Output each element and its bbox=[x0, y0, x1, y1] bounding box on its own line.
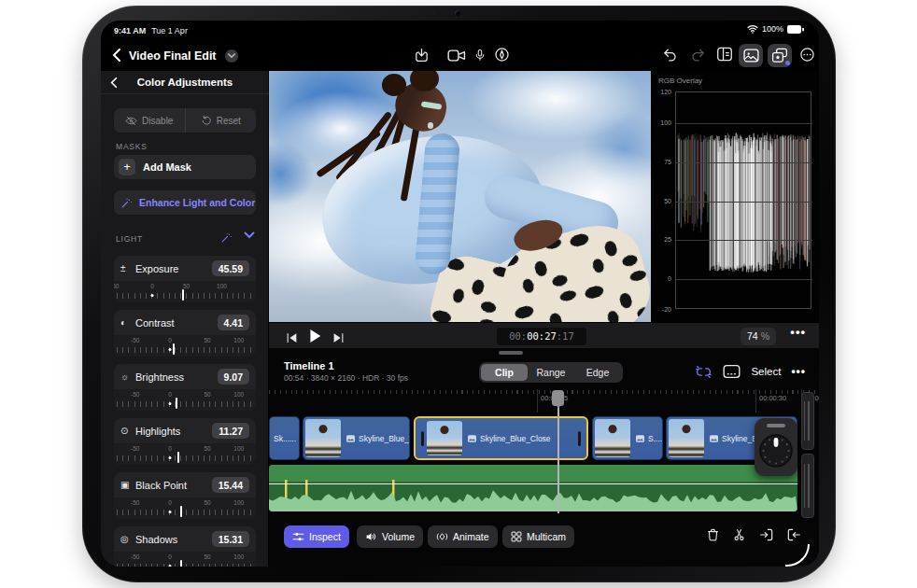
light-collapse-chevron-icon[interactable] bbox=[244, 231, 255, 239]
overwrite-clip-icon[interactable] bbox=[786, 527, 801, 546]
tick-label: 100 bbox=[233, 553, 244, 560]
volume-label: Volume bbox=[382, 531, 415, 542]
animate-button[interactable]: Animate bbox=[428, 525, 498, 548]
slider-zero-dot bbox=[169, 402, 172, 405]
browser-panel-icon[interactable] bbox=[716, 47, 733, 62]
tick-label: 0 bbox=[150, 283, 154, 289]
project-title[interactable]: Video Final Edit bbox=[129, 49, 217, 63]
microphone-icon[interactable] bbox=[473, 47, 487, 63]
track-height-control[interactable] bbox=[801, 392, 814, 518]
hair-bun bbox=[382, 74, 407, 96]
jog-dial[interactable] bbox=[757, 432, 795, 469]
timeline-overview-icon[interactable] bbox=[723, 364, 741, 379]
audio-track-clip[interactable] bbox=[269, 465, 797, 511]
timeline-ruler[interactable]: 00:00:15 00:00:30 00:00:45 bbox=[269, 389, 819, 413]
clip-skyline-partial-2[interactable]: S...... bbox=[592, 416, 663, 460]
inspect-button[interactable]: Inspect bbox=[284, 525, 349, 548]
timecode-display[interactable]: 00:00:27:17 bbox=[497, 328, 586, 345]
slider-black-point[interactable]: ▣ Black Point 15.44 -50050100 bbox=[114, 472, 256, 519]
tick-label: 100 bbox=[233, 337, 244, 343]
reset-button[interactable]: Reset bbox=[186, 108, 257, 133]
next-frame-icon[interactable] bbox=[332, 330, 345, 347]
play-icon[interactable] bbox=[308, 329, 322, 347]
magic-wand-icon bbox=[120, 197, 133, 209]
tick-label: 0 bbox=[168, 391, 172, 398]
undo-icon[interactable] bbox=[662, 47, 678, 63]
projects-tile[interactable] bbox=[768, 44, 792, 67]
magnetic-timeline-icon[interactable] bbox=[695, 365, 712, 379]
slider-ruler[interactable]: -50050100 bbox=[114, 497, 256, 519]
trim-handle-right[interactable] bbox=[578, 431, 581, 446]
disable-button[interactable]: Disable bbox=[114, 108, 186, 133]
panel-resize-handle[interactable] bbox=[499, 351, 523, 355]
slider-ruler[interactable]: -50050100 bbox=[114, 335, 256, 357]
blade-split-icon[interactable] bbox=[732, 527, 746, 546]
viewer-more-button[interactable]: ••• bbox=[790, 325, 806, 339]
mode-clip-button[interactable]: Clip bbox=[481, 364, 528, 381]
add-mask-button[interactable]: + Add Mask bbox=[114, 155, 256, 179]
slider-ruler[interactable]: -50050100 bbox=[114, 443, 256, 465]
slider-highlights[interactable]: ⊙ Highlights 11.27 -50050100 bbox=[114, 418, 256, 465]
timeline-more-button[interactable]: ••• bbox=[791, 365, 806, 378]
mode-edge-button[interactable]: Edge bbox=[574, 364, 621, 381]
select-button[interactable]: Select bbox=[751, 366, 781, 377]
title-chevron-down-icon[interactable] bbox=[225, 49, 238, 63]
media-icon bbox=[636, 435, 644, 442]
previous-frame-icon[interactable] bbox=[286, 330, 298, 347]
more-circle-icon[interactable] bbox=[799, 47, 815, 63]
export-icon[interactable] bbox=[414, 47, 430, 63]
track-height-video[interactable] bbox=[801, 392, 814, 450]
media-icon bbox=[346, 435, 355, 442]
viewer-zoom-control[interactable]: 74% bbox=[741, 328, 776, 345]
light-wand-icon[interactable] bbox=[220, 231, 233, 244]
eye-off-icon bbox=[125, 116, 137, 126]
slider-value[interactable]: 45.59 bbox=[212, 260, 249, 276]
clip-skyline-partial[interactable]: Sk...... bbox=[269, 416, 300, 460]
insert-clip-icon[interactable] bbox=[759, 527, 774, 546]
mode-range-button[interactable]: Range bbox=[528, 364, 574, 381]
slider-exposure[interactable]: ± Exposure 45.59 -50050100 bbox=[114, 256, 256, 302]
multicam-button[interactable]: Multicam bbox=[502, 525, 574, 548]
plus-icon: + bbox=[119, 159, 135, 175]
enhance-light-color-button[interactable]: Enhance Light and Color bbox=[114, 190, 256, 215]
slider-value[interactable]: 11.27 bbox=[212, 423, 249, 439]
viewer-preview bbox=[269, 71, 651, 322]
track-height-audio[interactable] bbox=[801, 454, 814, 518]
scope-axis-label: 75 bbox=[651, 158, 671, 164]
panel-header: Color Adjustments bbox=[101, 71, 269, 94]
jog-wheel-panel[interactable] bbox=[755, 418, 797, 476]
ipad-device-frame: 9:41 AMTue 1 Apr 100% Video Final Edit bbox=[82, 6, 836, 582]
animate-label: Animate bbox=[453, 531, 489, 542]
trash-icon[interactable] bbox=[706, 527, 720, 546]
slider-ruler[interactable]: -50050100 bbox=[114, 281, 256, 302]
jog-grip-handle[interactable] bbox=[767, 424, 785, 427]
slider-ruler[interactable]: -50050100 bbox=[114, 552, 256, 567]
slider-brightness[interactable]: ☼ Brightness 9.07 -50050100 bbox=[114, 364, 256, 411]
clip-label: Sk...... bbox=[274, 434, 296, 443]
playhead-handle[interactable] bbox=[552, 390, 564, 406]
slider-playhead bbox=[180, 506, 182, 517]
slider-ruler[interactable]: -50050100 bbox=[114, 389, 256, 411]
slider-value[interactable]: 15.44 bbox=[212, 477, 249, 493]
pencil-tools-icon[interactable] bbox=[494, 47, 510, 63]
projects-badge-dot bbox=[785, 61, 790, 65]
slider-value[interactable]: 4.41 bbox=[218, 315, 249, 330]
highlights-icon: ⊙ bbox=[120, 426, 133, 436]
tick-label: 100 bbox=[233, 445, 244, 452]
slider-value[interactable]: 9.07 bbox=[218, 369, 249, 385]
slider-contrast[interactable]: ◐ Contrast 4.41 -50050100 bbox=[114, 310, 256, 357]
clip-skyline-blue-wide[interactable]: Skyline_Blue_Wide bbox=[303, 416, 410, 460]
back-chevron-icon[interactable] bbox=[112, 48, 121, 66]
slider-value[interactable]: 15.31 bbox=[212, 531, 249, 547]
tick-label: 50 bbox=[204, 337, 210, 343]
timecode-min-sec: 00:27 bbox=[527, 330, 557, 342]
record-video-icon[interactable] bbox=[447, 49, 466, 63]
volume-line[interactable] bbox=[269, 483, 797, 484]
photos-media-tile[interactable] bbox=[739, 44, 763, 67]
brightness-icon: ☼ bbox=[120, 371, 133, 382]
trim-handle-left[interactable] bbox=[421, 431, 424, 446]
clip-skyline-blue-close-selected[interactable]: Skyline_Blue_Close bbox=[414, 416, 588, 460]
slider-label: Brightness bbox=[135, 371, 218, 383]
volume-button[interactable]: Volume bbox=[357, 525, 423, 548]
slider-shadows[interactable]: ◎ Shadows 15.31 -50050100 bbox=[114, 526, 256, 567]
